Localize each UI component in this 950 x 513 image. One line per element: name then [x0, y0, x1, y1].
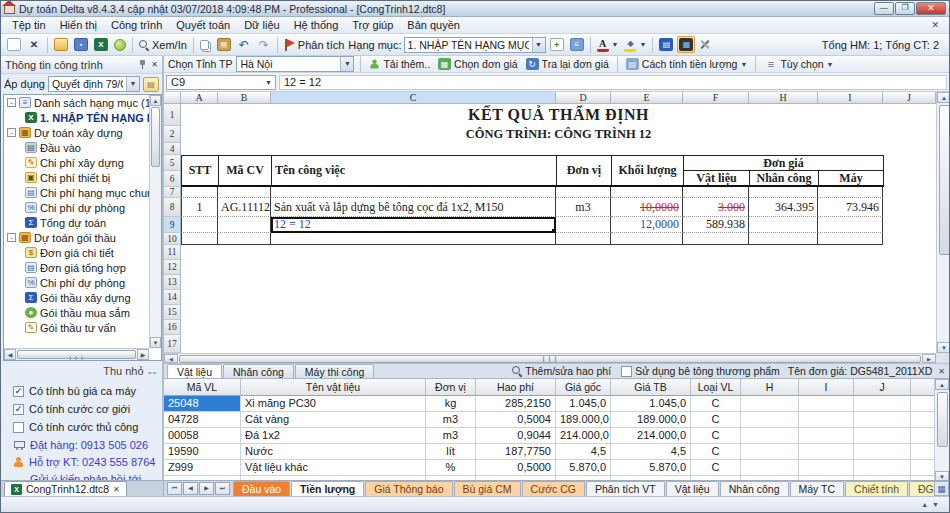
header-ten-cong-viec[interactable]: Tên công việc — [272, 156, 557, 185]
tree-item-don-gia-chi-tiet[interactable]: $ Đơn giá chi tiết — [4, 245, 161, 260]
tab-chiet-tinh[interactable]: Chiết tính — [845, 481, 908, 496]
tree-item-du-toan-xay-dung[interactable]: - ▦ Dự toán xây dựng — [4, 125, 161, 140]
menu-du-lieu[interactable]: Dữ liệu — [237, 18, 287, 32]
cell-e10[interactable] — [611, 233, 683, 245]
cell-f8[interactable]: 3.000 — [683, 198, 749, 217]
tab-nhan-cong[interactable]: Nhân công — [223, 364, 294, 378]
scroll-down-icon[interactable]: ▼ — [150, 337, 161, 348]
collapse-icon[interactable]: - — [7, 128, 16, 137]
analyze-button[interactable]: Phân tích — [282, 38, 346, 52]
tree-item-don-gia-tong-hop[interactable]: ▤ Đơn giá tổng hợp — [4, 260, 161, 275]
relookup-price-button[interactable]: ↻ Tra lại đơn giá — [524, 57, 611, 71]
collapse-icon[interactable]: - — [7, 233, 16, 242]
row-header-10[interactable]: 10 — [164, 233, 181, 245]
header-don-vi[interactable]: Đơn vị — [426, 379, 476, 396]
feedback-link[interactable]: Gửi ý kiến phản hồi tới Delta — [13, 473, 162, 480]
chevron-down-icon[interactable]: ▼ — [265, 79, 275, 86]
open-button[interactable] — [52, 37, 70, 52]
column-header-e[interactable]: E — [611, 92, 683, 104]
checkbox-checked-icon[interactable]: ✓ — [13, 386, 24, 397]
scrollbar-thumb[interactable] — [151, 107, 160, 167]
sheet-vertical-scrollbar[interactable]: ▲ ▼ — [936, 92, 950, 353]
row-header-16[interactable]: 16 — [164, 320, 181, 335]
cell-d7[interactable] — [556, 187, 611, 198]
menu-tep-tin[interactable]: Tệp tin — [5, 18, 53, 32]
header-i[interactable]: I — [799, 379, 854, 396]
scrollbar-thumb[interactable]: ❙❙❙ — [17, 350, 136, 359]
checkbox-bu-gia-ca-may[interactable]: ✓ Có tính bù giá ca máy — [13, 385, 136, 397]
cell-b8[interactable]: AG.11112 — [218, 198, 271, 217]
support-link[interactable]: Hỗ trợ KT: 0243 555 8764 — [13, 456, 155, 468]
tab-gia-thong-bao[interactable]: Giá Thông báo — [365, 481, 452, 496]
header-khoi-luong[interactable]: Khối lượng — [612, 156, 684, 185]
cell-a9[interactable] — [181, 217, 218, 233]
cell-d8[interactable]: m3 — [556, 198, 611, 217]
calculator-button[interactable]: ▦ — [677, 36, 695, 53]
row-header-1[interactable]: 1 — [164, 104, 181, 126]
header-hao-phi[interactable]: Hao phí — [476, 379, 556, 396]
scroll-up-icon[interactable]: ▲ — [921, 501, 928, 508]
add-item-button[interactable]: + — [548, 37, 566, 52]
copy-button[interactable] — [198, 39, 213, 51]
cell-f9[interactable]: 589.938 — [683, 217, 749, 233]
chevron-down-icon[interactable]: ▼ — [532, 38, 545, 52]
layout-button[interactable]: ≡ — [568, 37, 586, 52]
tab-may-tc[interactable]: Máy TC — [790, 481, 845, 496]
tab-list-button[interactable]: ▦ — [934, 481, 949, 496]
cell-d9[interactable] — [556, 217, 611, 233]
first-tab-icon[interactable]: ⏮ — [167, 482, 182, 495]
header-h[interactable]: H — [741, 379, 799, 396]
header-gia-tb[interactable]: Giá TB — [611, 379, 691, 396]
header-stt[interactable]: STT — [182, 156, 219, 185]
cell-i7[interactable] — [818, 187, 883, 198]
row-header-15[interactable]: 15 — [164, 305, 181, 320]
scroll-left-icon[interactable]: ◀ — [164, 354, 178, 363]
column-header-a[interactable]: A — [181, 92, 218, 104]
tree-item-danh-sach-hang-muc[interactable]: - ≡ Danh sách hạng mục (1) — [4, 95, 161, 110]
empty-row[interactable] — [181, 320, 936, 335]
paste-button[interactable]: ▤ — [215, 37, 233, 52]
material-row[interactable]: Z999 Vật liệu khác % 0,5000 5.870,0 5.87… — [164, 460, 934, 476]
checkbox-unchecked-icon[interactable] — [13, 422, 24, 433]
close-document-tab-icon[interactable]: ✕ — [113, 485, 120, 494]
formula-input[interactable]: 12 = 12 — [279, 75, 947, 90]
decision-settings-button[interactable]: ▤ — [143, 77, 159, 92]
header-gia-goc[interactable]: Giá gốc — [556, 379, 611, 396]
last-tab-icon[interactable]: ⏭ — [215, 482, 230, 495]
cell-h10[interactable] — [749, 233, 818, 245]
row-header-12[interactable]: 12 — [164, 260, 181, 275]
document-tab[interactable]: X CongTrinh12.dtc8 ✕ — [4, 481, 127, 496]
tab-dau-vao[interactable]: Đầu vào — [233, 481, 290, 496]
new-button[interactable] — [5, 37, 23, 52]
empty-row[interactable] — [181, 275, 936, 290]
scroll-left-icon[interactable]: ◀ — [4, 349, 16, 360]
empty-row[interactable] — [181, 245, 936, 260]
cell-f7[interactable] — [683, 187, 749, 198]
menu-ban-quyen[interactable]: Bản quyền — [400, 18, 467, 32]
font-color-button[interactable]: A▼ — [595, 37, 621, 53]
tree-item-chi-phi-xay-dung[interactable]: ✎ Chi phí xây dựng — [4, 155, 161, 170]
checkbox-unchecked-icon[interactable] — [621, 366, 632, 377]
cell-h9[interactable] — [749, 217, 818, 233]
options-button[interactable]: ≡ Tùy chọn ▼ — [762, 57, 835, 72]
tree-item-goi-thau-xay-dung[interactable]: Σ Gói thầu xây dựng — [4, 290, 161, 305]
scroll-right-icon[interactable]: ▶ — [137, 349, 149, 360]
header-ten-vat-lieu[interactable]: Tên vật liệu — [241, 379, 426, 396]
tab-vat-lieu[interactable]: Vật liệu — [167, 364, 222, 378]
header-don-gia[interactable]: Đơn giá — [684, 156, 884, 171]
cell-reference-box[interactable]: C9 ▼ — [166, 75, 276, 90]
tree-item-goi-thau-mua-sam[interactable]: ● Gói thầu mua sắm — [4, 305, 161, 320]
cell-a8[interactable]: 1 — [181, 198, 218, 217]
tree-item-du-toan-goi-thau[interactable]: - ▦ Dự toán gói thầu — [4, 230, 161, 245]
tab-phan-tich-vt[interactable]: Phân tích VT — [586, 481, 665, 496]
header-ma-vl[interactable]: Mã VL — [164, 379, 241, 396]
tab-bu-gia-cm[interactable]: Bù giá CM — [454, 481, 521, 496]
edit-consumption-button[interactable]: Thêm/sửa hao phí — [510, 364, 613, 378]
column-header-f[interactable]: F — [683, 92, 749, 104]
scroll-up-icon[interactable]: ▲ — [150, 95, 161, 106]
cell-a7[interactable] — [181, 187, 218, 198]
column-header-j[interactable]: J — [883, 92, 936, 104]
empty-row[interactable] — [181, 290, 936, 305]
empty-row[interactable] — [181, 335, 936, 353]
save-button[interactable]: ▪ — [72, 37, 90, 52]
